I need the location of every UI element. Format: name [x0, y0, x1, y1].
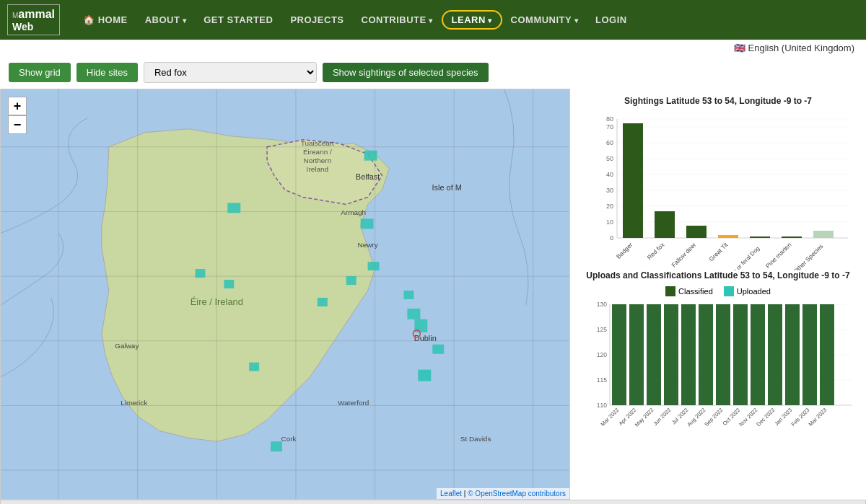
- bar-classified-4: [664, 304, 678, 405]
- uploads-chart: Uploads and Classifications Latitude 53 …: [581, 270, 855, 440]
- nav-get-started[interactable]: GET STARTED: [195, 14, 281, 25]
- nav-login[interactable]: LOGIN: [587, 14, 636, 25]
- zoom-in-button[interactable]: +: [8, 97, 27, 115]
- bar-badger: [623, 123, 643, 238]
- svg-text:60: 60: [606, 139, 613, 146]
- svg-text:Mar 2023: Mar 2023: [808, 407, 828, 428]
- main-nav: Mammal Web 🏠 HOME ABOUT GET STARTED PROJ…: [0, 0, 866, 40]
- bar-classified-6: [699, 304, 713, 405]
- bar-classified-13: [820, 304, 834, 405]
- map-marker[interactable]: [361, 218, 374, 229]
- bar-other: [813, 231, 834, 238]
- nav-learn[interactable]: LEARN: [442, 10, 502, 30]
- chart2-legend: Classified Uploaded: [581, 286, 855, 296]
- map-marker[interactable]: [195, 269, 205, 278]
- svg-text:St Davids: St Davids: [460, 435, 491, 443]
- svg-text:Ireland: Ireland: [307, 165, 328, 173]
- svg-text:Fallow deer: Fallow deer: [670, 241, 697, 268]
- map-marker[interactable]: [418, 370, 431, 381]
- svg-text:Waterford: Waterford: [338, 399, 369, 407]
- bar-classified-12: [802, 304, 817, 405]
- map-marker[interactable]: [432, 345, 444, 354]
- uploads-chart-svg: 110 115 120 125 130: [581, 301, 855, 438]
- locale-flag: 🇬🇧: [734, 43, 745, 53]
- bar-greattit: [718, 235, 738, 238]
- svg-text:115: 115: [597, 376, 607, 384]
- sightings-chart: Sightings Latitude 53 to 54, Longitude -…: [581, 96, 855, 256]
- legend-classified: Classified: [665, 286, 713, 296]
- site-logo[interactable]: Mammal Web: [7, 4, 60, 36]
- map-marker[interactable]: [368, 262, 380, 270]
- osm-link[interactable]: © OpenStreetMap contributors: [468, 490, 566, 498]
- svg-text:10: 10: [606, 218, 613, 226]
- uploaded-color: [724, 286, 734, 296]
- sidebar-charts: Sightings Latitude 53 to 54, Longitude -…: [570, 89, 866, 500]
- bar-dog: [750, 236, 770, 238]
- bar-classified-3: [647, 304, 661, 405]
- main-content: + − Isle of M Tuaisceart Éireann / North…: [0, 89, 866, 500]
- map-zoom-controls: + −: [8, 97, 27, 134]
- svg-text:125: 125: [597, 326, 607, 333]
- svg-text:Mar 2022: Mar 2022: [600, 407, 621, 428]
- svg-text:120: 120: [597, 351, 607, 358]
- map-marker[interactable]: [346, 276, 357, 285]
- show-grid-button[interactable]: Show grid: [9, 63, 71, 82]
- svg-text:May 2022: May 2022: [634, 407, 655, 428]
- map-container[interactable]: + − Isle of M Tuaisceart Éireann / North…: [0, 89, 570, 500]
- bar-pinemarten: [782, 236, 802, 238]
- svg-text:0: 0: [610, 234, 613, 242]
- map-attribution: Leaflet | © OpenStreetMap contributors: [437, 488, 569, 499]
- nav-home[interactable]: 🏠 HOME: [74, 14, 136, 25]
- svg-text:80: 80: [606, 115, 613, 123]
- map-marker[interactable]: [318, 298, 328, 306]
- sightings-chart-title: Sightings Latitude 53 to 54, Longitude -…: [581, 96, 855, 106]
- uploaded-label: Uploaded: [737, 287, 771, 296]
- map-marker[interactable]: [224, 280, 234, 288]
- sightings-bar-chart: 0 10 20 30 40 50 60 70 80: [581, 112, 855, 256]
- map-marker[interactable]: [403, 291, 414, 299]
- nav-projects[interactable]: PROJECTS: [281, 14, 352, 25]
- svg-text:30: 30: [606, 187, 613, 194]
- svg-text:Badger: Badger: [615, 241, 634, 260]
- map-marker[interactable]: [407, 309, 420, 319]
- svg-text:Limerick: Limerick: [121, 399, 147, 407]
- svg-text:Cork: Cork: [281, 435, 296, 443]
- svg-text:Other Species: Other Species: [792, 242, 824, 270]
- legend-uploaded: Uploaded: [724, 286, 771, 296]
- svg-text:Isle of M: Isle of M: [432, 183, 462, 192]
- nav-community[interactable]: COMMUNITY: [502, 14, 587, 25]
- svg-text:70: 70: [606, 123, 613, 131]
- nav-about[interactable]: ABOUT: [136, 14, 196, 25]
- bar-redfox: [655, 211, 675, 238]
- svg-text:Red fox: Red fox: [646, 241, 666, 261]
- bar-classified-11: [785, 304, 800, 405]
- svg-text:Pine marten: Pine marten: [764, 241, 793, 270]
- nav-contribute[interactable]: CONTRIBUTE: [353, 14, 442, 25]
- map-marker[interactable]: [271, 441, 282, 451]
- svg-text:Éireann /: Éireann /: [303, 148, 332, 156]
- svg-text:130: 130: [597, 301, 607, 308]
- bar-classified-2: [629, 304, 644, 405]
- zoom-out-button[interactable]: −: [8, 115, 27, 134]
- bar-classified-7: [716, 304, 730, 405]
- map-marker[interactable]: [364, 151, 377, 161]
- bar-classified-5: [681, 304, 696, 405]
- locale-bar: 🇬🇧 English (United Kingdom): [0, 40, 866, 56]
- uploads-bar-chart: 110 115 120 125 130: [581, 301, 855, 440]
- svg-text:Armagh: Armagh: [341, 208, 366, 216]
- hide-sites-button[interactable]: Hide sites: [76, 63, 138, 82]
- svg-text:Great Tit: Great Tit: [707, 241, 730, 263]
- svg-text:Northern: Northern: [303, 156, 331, 164]
- locale-label: English (United Kingdom): [748, 43, 854, 53]
- species-select[interactable]: Red fox Badger Fallow deer: [144, 62, 317, 83]
- bar-fallowdeer: [686, 226, 707, 238]
- leaflet-link[interactable]: Leaflet: [440, 490, 462, 498]
- bar-classified-9: [751, 304, 765, 405]
- show-sightings-button[interactable]: Show sightings of selected species: [323, 63, 489, 82]
- map-marker[interactable]: [249, 363, 259, 371]
- svg-text:Jun 2022: Jun 2022: [652, 407, 672, 427]
- map-marker[interactable]: [227, 203, 240, 213]
- classified-label: Classified: [678, 287, 713, 296]
- bar-classified-10: [768, 304, 782, 405]
- map-toolbar: Show grid Hide sites Red fox Badger Fall…: [0, 56, 866, 89]
